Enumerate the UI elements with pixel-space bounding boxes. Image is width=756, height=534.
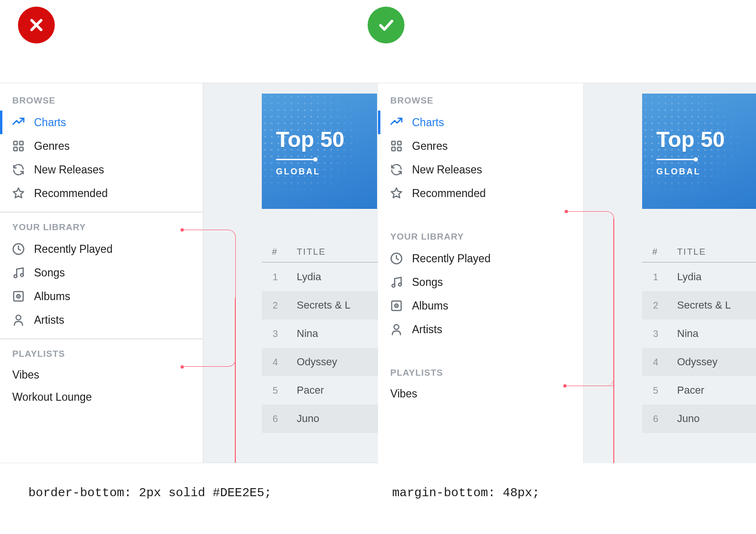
col-num: # xyxy=(262,247,297,257)
nav-genres[interactable]: Genres xyxy=(0,134,203,158)
sidebar-dont: BROWSE Charts Genres New Releases Recomm… xyxy=(0,83,203,463)
svg-point-10 xyxy=(16,315,21,320)
nav-recommended[interactable]: Recommended xyxy=(0,181,203,205)
nav-label: New Releases xyxy=(412,164,482,176)
track-row[interactable]: 5Pacer xyxy=(642,376,756,405)
nav-label: Songs xyxy=(412,276,443,289)
track-row[interactable]: 5Pacer xyxy=(262,376,378,405)
track-row[interactable]: 6Juno xyxy=(642,405,756,433)
album-art[interactable]: Top 50 GLOBAL xyxy=(262,94,377,209)
nav-songs[interactable]: Songs xyxy=(378,270,583,294)
album-art[interactable]: Top 50 GLOBAL xyxy=(642,94,756,209)
section-header-browse: BROWSE xyxy=(0,94,203,111)
track-row[interactable]: 1Lydia xyxy=(262,263,378,291)
music-note-icon xyxy=(11,266,26,280)
nav-label: Albums xyxy=(34,290,70,303)
refresh-icon xyxy=(11,163,26,177)
nav-label: Albums xyxy=(412,300,448,312)
svg-rect-2 xyxy=(14,147,17,151)
svg-rect-1 xyxy=(20,141,24,145)
sidebar-section-browse: BROWSE Charts Genres New Releases Recomm… xyxy=(378,94,583,207)
tracklist-header: # TITLE xyxy=(262,247,378,263)
nav-albums[interactable]: Albums xyxy=(378,294,583,318)
caption-do: margin-bottom: 48px; xyxy=(392,486,540,500)
sidebar-section-library: YOUR LIBRARY Recently Played Songs Album… xyxy=(378,230,583,343)
track-row[interactable]: 4Odyssey xyxy=(262,348,378,376)
nav-songs[interactable]: Songs xyxy=(0,261,203,284)
section-header-playlists: PLAYLISTS xyxy=(0,347,203,364)
col-title: TITLE xyxy=(297,247,378,257)
playlist-item[interactable]: Vibes xyxy=(378,383,583,405)
nav-recently-played[interactable]: Recently Played xyxy=(0,237,203,261)
refresh-icon xyxy=(389,163,404,177)
disc-icon xyxy=(389,299,404,313)
svg-rect-0 xyxy=(14,141,17,145)
section-header-library: YOUR LIBRARY xyxy=(378,230,583,247)
person-icon xyxy=(11,313,26,327)
nav-albums[interactable]: Albums xyxy=(0,284,203,308)
example-dont: BROWSE Charts Genres New Releases Recomm… xyxy=(0,83,378,463)
nav-new-releases[interactable]: New Releases xyxy=(0,158,203,181)
nav-label: Recommended xyxy=(34,187,108,200)
grid-icon xyxy=(389,139,404,153)
nav-label: Charts xyxy=(412,116,444,129)
track-row[interactable]: 1Lydia xyxy=(642,263,756,291)
tracklist-header: # TITLE xyxy=(642,247,756,263)
sidebar-section-browse: BROWSE Charts Genres New Releases Recomm… xyxy=(0,94,203,213)
section-header-library: YOUR LIBRARY xyxy=(0,220,203,237)
svg-point-16 xyxy=(392,284,395,287)
tracklist: # TITLE 1Lydia 2Secrets & L 3Nina 4Odyss… xyxy=(262,247,378,433)
music-note-icon xyxy=(389,275,404,289)
clock-icon xyxy=(11,242,26,256)
track-row[interactable]: 6Juno xyxy=(262,405,378,433)
nav-label: New Releases xyxy=(34,164,104,176)
annotation-line xyxy=(565,386,613,386)
person-icon xyxy=(389,322,404,336)
annotation-line xyxy=(613,219,614,463)
sidebar-section-library: YOUR LIBRARY Recently Played Songs Album… xyxy=(0,213,203,339)
track-row[interactable]: 3Nina xyxy=(262,319,378,348)
svg-point-6 xyxy=(20,274,23,276)
section-header-browse: BROWSE xyxy=(378,94,583,111)
track-row[interactable]: 3Nina xyxy=(642,319,756,348)
nav-genres[interactable]: Genres xyxy=(378,134,583,158)
nav-charts[interactable]: Charts xyxy=(0,111,203,134)
svg-point-20 xyxy=(396,305,396,306)
example-do: BROWSE Charts Genres New Releases Recomm… xyxy=(378,83,756,463)
disc-icon xyxy=(11,289,26,303)
caption-dont: border-bottom: 2px solid #DEE2E5; xyxy=(28,486,272,500)
nav-recommended[interactable]: Recommended xyxy=(378,181,583,205)
comparison-header xyxy=(0,0,756,83)
trending-up-icon xyxy=(389,115,404,129)
svg-rect-11 xyxy=(392,141,395,145)
nav-label: Recently Played xyxy=(412,252,490,265)
nav-artists[interactable]: Artists xyxy=(378,318,583,341)
nav-artists[interactable]: Artists xyxy=(0,308,203,332)
nav-label: Artists xyxy=(412,323,442,336)
sidebar-section-playlists: PLAYLISTS Vibes xyxy=(378,366,583,405)
nav-label: Songs xyxy=(34,267,65,279)
nav-new-releases[interactable]: New Releases xyxy=(378,158,583,181)
nav-recently-played[interactable]: Recently Played xyxy=(378,247,583,270)
svg-point-9 xyxy=(18,296,18,296)
track-row[interactable]: 2Secrets & L xyxy=(642,291,756,319)
svg-rect-3 xyxy=(20,147,24,151)
nav-label: Artists xyxy=(34,314,64,327)
nav-charts[interactable]: Charts xyxy=(378,111,583,134)
playlist-item[interactable]: Workout Lounge xyxy=(0,386,203,408)
album-subtitle: GLOBAL xyxy=(656,167,756,177)
nav-label: Genres xyxy=(34,140,69,153)
svg-rect-14 xyxy=(398,147,402,151)
nav-label: Recently Played xyxy=(34,243,112,256)
track-row[interactable]: 2Secrets & L xyxy=(262,291,378,319)
svg-point-21 xyxy=(394,325,399,329)
playlist-item[interactable]: Vibes xyxy=(0,364,203,386)
grid-icon xyxy=(11,139,26,153)
annotation-bracket xyxy=(182,230,236,367)
do-badge xyxy=(368,7,404,43)
nav-label: Recommended xyxy=(412,187,486,200)
svg-point-17 xyxy=(398,283,401,286)
x-icon xyxy=(27,16,46,34)
track-row[interactable]: 4Odyssey xyxy=(642,348,756,376)
col-num: # xyxy=(642,247,677,257)
